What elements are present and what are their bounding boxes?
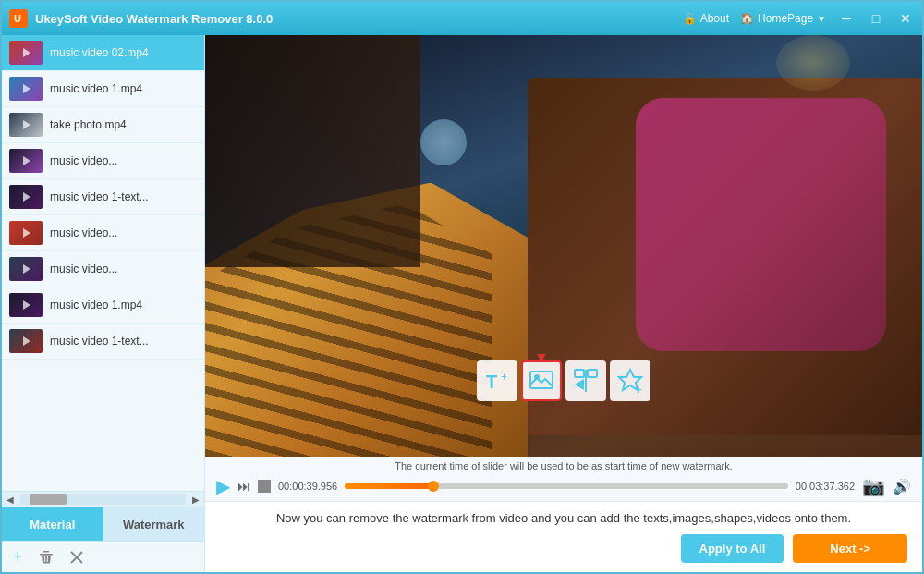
left-panel: music video 02.mp4music video 1.mp4take … [2,35,205,572]
svg-rect-20 [588,370,597,377]
svg-text:T: T [486,372,497,392]
next-button[interactable]: Next -> [793,534,907,563]
playback-bar: The current time of slider will be used … [205,457,922,501]
file-item[interactable]: music video... [2,143,204,179]
file-name: music video 1.mp4 [50,82,142,95]
minimize-button[interactable]: ─ [837,9,856,28]
svg-rect-12 [43,551,49,553]
stop-button[interactable] [258,480,271,493]
scroll-track[interactable] [20,494,186,505]
svg-text:U: U [14,13,21,24]
file-thumb [9,329,43,353]
file-name: music video 02.mp4 [50,46,149,59]
app-title: UkeySoft Video Watermark Remover 8.0.0 [35,12,683,26]
svg-marker-10 [23,336,30,346]
lock-icon: 🔒 [683,12,697,25]
scroll-left-button[interactable]: ◀ [2,491,18,507]
file-item[interactable]: music video 1.mp4 [2,287,204,324]
tab-bar: Material Watermark [2,507,204,541]
step-forward-button[interactable]: ⏭ [237,479,250,494]
volume-button[interactable]: 🔊 [893,478,911,495]
delete-button[interactable] [38,549,55,566]
video-area: T + ▼ [205,35,922,457]
bottom-area: Now you can remove the watermark from vi… [205,501,922,572]
file-list-container: music video 02.mp4music video 1.mp4take … [2,35,204,491]
file-name: music video 1-text... [50,335,149,348]
right-panel: T + ▼ [205,35,922,572]
time-start: 00:00:39.956 [278,481,337,492]
tab-watermark[interactable]: Watermark [103,507,205,541]
playback-hint: The current time of slider will be used … [216,460,911,471]
scroll-right-button[interactable]: ▶ [188,491,204,507]
file-name: music video... [50,263,117,275]
add-image-tool[interactable]: ▼ [521,360,562,401]
clip-video-tool[interactable] [565,360,606,401]
file-item[interactable]: music video 1.mp4 [2,71,204,107]
svg-marker-22 [575,379,584,390]
info-text: Now you can remove the watermark from vi… [220,511,907,525]
playback-controls: ▶ ⏭ 00:00:39.956 00:03:37.362 📷 🔊 [216,475,911,497]
file-name: music video... [50,154,117,167]
file-item[interactable]: music video 02.mp4 [2,35,204,71]
file-thumb [9,185,43,209]
file-item[interactable]: music video 1-text... [2,324,204,360]
file-name: music video... [50,226,117,239]
svg-marker-2 [23,48,30,57]
file-thumb [9,257,43,281]
title-bar: U UkeySoft Video Watermark Remover 8.0.0… [2,2,922,35]
time-end: 00:03:37.362 [796,481,855,492]
svg-rect-11 [40,554,53,556]
main-content: music video 02.mp4music video 1.mp4take … [2,35,922,572]
file-item[interactable]: music video 1-text... [2,179,204,215]
svg-marker-5 [23,156,30,165]
svg-text:+: + [636,384,642,394]
tab-material[interactable]: Material [2,507,103,541]
play-button[interactable]: ▶ [216,475,230,497]
tool-overlay: T + ▼ [477,360,650,401]
file-item[interactable]: take photo.mp4 [2,107,204,143]
close-button[interactable]: ✕ [896,9,915,28]
file-thumb [9,149,43,173]
bottom-actions: Apply to All Next -> [220,534,907,563]
dropdown-arrow-icon: ▼ [817,14,826,24]
add-button[interactable]: + [13,547,23,567]
home-icon: 🏠 [740,12,754,25]
file-name: music video 1-text... [50,190,149,203]
seek-handle[interactable] [428,481,439,492]
file-name: take photo.mp4 [50,118,127,131]
clear-button[interactable] [69,550,84,565]
add-text-tool[interactable]: T + [477,360,517,401]
video-frame: T + ▼ [205,35,922,457]
file-thumb [9,41,43,65]
left-actions: + [2,541,204,572]
title-bar-actions: 🔒 About 🏠 HomePage ▼ ─ □ ✕ [683,9,915,28]
file-item[interactable]: music video... [2,251,204,287]
file-thumb [9,221,43,245]
file-thumb [9,293,43,317]
svg-marker-4 [23,120,30,129]
about-button[interactable]: 🔒 About [683,12,729,25]
homepage-button[interactable]: 🏠 HomePage ▼ [740,12,826,25]
file-thumb [9,113,43,137]
maximize-button[interactable]: □ [867,9,885,28]
svg-marker-6 [23,192,30,202]
svg-marker-9 [23,300,30,310]
seek-bar[interactable] [345,483,788,489]
svg-rect-19 [575,370,584,377]
svg-marker-7 [23,228,30,238]
add-shape-tool[interactable]: + [610,360,650,401]
apply-to-all-button[interactable]: Apply to All [681,534,784,563]
svg-marker-3 [23,84,30,93]
file-name: music video 1.mp4 [50,299,142,311]
file-thumb [9,77,43,101]
active-tool-arrow: ▼ [534,349,549,366]
svg-marker-8 [23,264,30,274]
app-logo: U [9,9,28,28]
horizontal-scrollbar[interactable]: ◀ ▶ [2,491,204,507]
scroll-thumb[interactable] [30,494,67,505]
file-list[interactable]: music video 02.mp4music video 1.mp4take … [2,35,204,491]
seek-bar-fill [345,483,433,489]
file-item[interactable]: music video... [2,215,204,251]
svg-text:+: + [501,371,507,384]
screenshot-button[interactable]: 📷 [862,475,885,497]
